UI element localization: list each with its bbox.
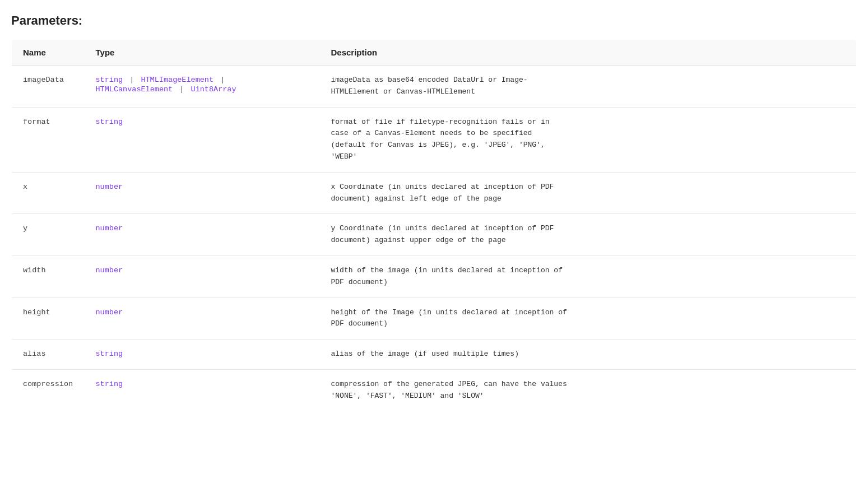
type-separator: | [175, 85, 188, 94]
param-name: compression [12, 369, 85, 411]
param-type: number [85, 297, 320, 340]
param-type-text: number [96, 224, 123, 232]
param-type: number [85, 172, 320, 214]
param-name-text: y [23, 224, 27, 232]
param-name: x [12, 172, 85, 214]
type-value: Uint8Array [191, 85, 236, 94]
param-type-text: string | HTMLImageElement | HTMLCanvasEl… [96, 76, 236, 94]
param-description-text: format of file if filetype-recognition f… [331, 118, 550, 161]
table-row: heightnumberheight of the Image (in unit… [12, 297, 857, 340]
table-row: aliasstringalias of the image (if used m… [12, 340, 857, 370]
type-value: HTMLCanvasElement [96, 85, 173, 94]
type-value: HTMLImageElement [141, 76, 213, 84]
table-row: widthnumberwidth of the image (in units … [12, 255, 857, 297]
param-description-text: x Coordinate (in units declared at incep… [331, 183, 554, 203]
param-description: y Coordinate (in units declared at incep… [320, 214, 857, 256]
param-type: string [85, 340, 320, 370]
type-value: number [96, 308, 123, 317]
param-name: format [12, 107, 85, 172]
table-row: ynumbery Coordinate (in units declared a… [12, 214, 857, 256]
param-name: alias [12, 340, 85, 370]
param-name-text: compression [23, 380, 73, 388]
param-name: imageData [12, 66, 85, 108]
type-separator: | [216, 76, 225, 84]
table-row: compressionstringcompression of the gene… [12, 369, 857, 411]
parameters-table: Name Type Description imageDatastring | … [11, 39, 857, 412]
param-description: height of the Image (in units declared a… [320, 297, 857, 340]
param-description: x Coordinate (in units declared at incep… [320, 172, 857, 214]
param-description-text: y Coordinate (in units declared at incep… [331, 224, 554, 244]
table-header-row: Name Type Description [12, 40, 857, 66]
param-description-text: height of the Image (in units declared a… [331, 308, 567, 328]
type-value: string [96, 350, 123, 358]
param-type: number [85, 214, 320, 256]
param-type: string | HTMLImageElement | HTMLCanvasEl… [85, 66, 320, 108]
type-separator: | [125, 76, 138, 84]
type-value: string [96, 118, 123, 126]
table-row: xnumberx Coordinate (in units declared a… [12, 172, 857, 214]
param-description: format of file if filetype-recognition f… [320, 107, 857, 172]
param-type-text: number [96, 308, 123, 317]
param-description: imageData as base64 encoded DataUrl or I… [320, 66, 857, 108]
param-name: y [12, 214, 85, 256]
param-description: width of the image (in units declared at… [320, 255, 857, 297]
header-type: Type [85, 40, 320, 66]
table-row: imageDatastring | HTMLImageElement | HTM… [12, 66, 857, 108]
param-description: alias of the image (if used multiple tim… [320, 340, 857, 370]
type-value: number [96, 266, 123, 275]
param-description-text: imageData as base64 encoded DataUrl or I… [331, 76, 528, 96]
param-type: string [85, 369, 320, 411]
header-name: Name [12, 40, 85, 66]
param-type-text: string [96, 118, 123, 126]
param-description-text: width of the image (in units declared at… [331, 266, 563, 286]
param-name-text: format [23, 118, 50, 126]
param-name: height [12, 297, 85, 340]
param-type-text: number [96, 266, 123, 275]
param-name-text: height [23, 308, 50, 317]
type-value: number [96, 183, 123, 191]
param-type-text: string [96, 350, 123, 358]
param-type-text: number [96, 183, 123, 191]
param-name-text: x [23, 183, 27, 191]
param-type: string [85, 107, 320, 172]
param-description-text: alias of the image (if used multiple tim… [331, 350, 519, 358]
table-row: formatstringformat of file if filetype-r… [12, 107, 857, 172]
param-name-text: width [23, 266, 46, 275]
page-title: Parameters: [11, 13, 857, 28]
param-description-text: compression of the generated JPEG, can h… [331, 380, 567, 400]
param-type: number [85, 255, 320, 297]
param-name-text: alias [23, 350, 46, 358]
header-description: Description [320, 40, 857, 66]
type-value: string [96, 380, 123, 388]
param-description: compression of the generated JPEG, can h… [320, 369, 857, 411]
param-name: width [12, 255, 85, 297]
param-type-text: string [96, 380, 123, 388]
type-value: string [96, 76, 123, 84]
param-name-text: imageData [23, 76, 64, 84]
type-value: number [96, 224, 123, 232]
